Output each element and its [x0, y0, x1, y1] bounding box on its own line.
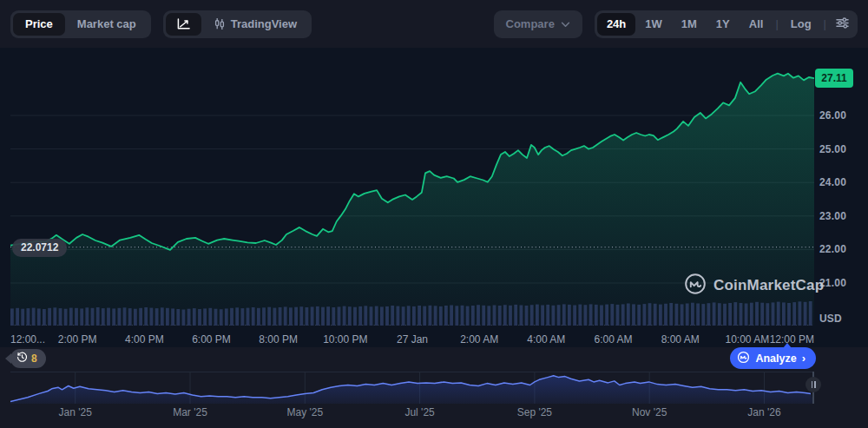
navigator-axis-label: Jan '26	[747, 406, 780, 418]
x-axis-label: 6:00 PM	[192, 333, 231, 346]
sliders-icon	[835, 16, 850, 32]
navigator-axis-label: Jan '25	[59, 406, 92, 418]
x-axis-label: 6:00 AM	[594, 333, 632, 346]
log-scale-button[interactable]: Log	[781, 13, 821, 36]
x-axis-label: 4:00 PM	[125, 333, 164, 346]
y-axis-label: 22.00	[819, 243, 846, 255]
tradingview-label: TradingView	[231, 17, 297, 30]
x-axis-label: 12:00...	[10, 333, 45, 346]
price-tab[interactable]: Price	[13, 13, 65, 36]
history-clock-icon	[16, 351, 28, 366]
annotations-toggle[interactable]: 8	[10, 349, 46, 368]
range-navigator[interactable]	[10, 372, 814, 404]
open-price-label: 22.0712	[12, 239, 67, 257]
navigator-axis-label: Sep '25	[517, 406, 552, 418]
navigator-axis-label: Jul '25	[404, 406, 434, 418]
y-axis-label: 23.00	[819, 210, 846, 222]
analyze-label: Analyze	[755, 352, 796, 365]
market-cap-tab[interactable]: Market cap	[65, 13, 148, 36]
range-24h-button[interactable]: 24h	[597, 13, 635, 36]
compare-label: Compare	[506, 17, 555, 30]
y-axis-label: 25.00	[819, 143, 846, 155]
navigator-axis-label: Nov '25	[632, 406, 667, 418]
navigator-drag-handle[interactable]	[806, 377, 821, 392]
x-axis-label: 12:00 PM	[770, 333, 814, 346]
analyze-chevron-icon: ›	[802, 352, 806, 365]
x-axis-label: 8:00 AM	[661, 333, 700, 346]
chart-toolbar: Price Market cap TradingView	[0, 0, 868, 48]
x-axis-label: 2:00 AM	[460, 333, 498, 346]
line-chart-icon	[176, 17, 191, 30]
navigator-axis-label: May '25	[286, 406, 323, 418]
range-1m-button[interactable]: 1M	[672, 13, 707, 36]
x-axis: 12:00...2:00 PM4:00 PM6:00 PM8:00 PM10:0…	[0, 333, 868, 347]
range-1w-button[interactable]: 1W	[635, 13, 672, 36]
navigator-axis-label: Mar '25	[173, 406, 207, 418]
analyze-button[interactable]: Analyze ›	[730, 347, 816, 369]
range-divider: |	[773, 17, 780, 30]
chart-type-toggle-group: TradingView	[163, 10, 312, 38]
metric-toggle-group: Price Market cap	[10, 10, 151, 38]
analyze-cmc-icon	[737, 351, 750, 366]
range-1y-button[interactable]: 1Y	[707, 13, 740, 36]
range-all-button[interactable]: All	[740, 13, 773, 36]
annotations-count-badge: 8	[31, 352, 37, 365]
y-axis-label: 26.00	[819, 109, 846, 122]
range-buttons: 24h1W1M1YAll	[597, 13, 773, 36]
x-axis-label: 10:00 PM	[323, 333, 367, 346]
watermark: CoinMarketCap	[684, 273, 824, 299]
chart-settings-button[interactable]	[829, 13, 855, 36]
current-price-badge: 27.11	[815, 69, 853, 88]
price-chart-panel: Price Market cap TradingView	[0, 0, 868, 428]
watermark-text: CoinMarketCap	[713, 277, 824, 294]
y-axis-label: 24.00	[819, 176, 846, 188]
x-axis-label: 8:00 PM	[259, 333, 298, 346]
time-range-group: 24h1W1M1YAll | Log |	[595, 10, 858, 38]
range-divider: |	[821, 17, 829, 30]
tradingview-toggle[interactable]: TradingView	[201, 13, 309, 36]
x-axis-label: 2:00 PM	[58, 333, 97, 346]
x-axis-label: 10:00 AM	[725, 333, 769, 346]
x-axis-label: 27 Jan	[397, 333, 428, 346]
line-chart-toggle[interactable]	[166, 13, 201, 36]
x-axis-label: 4:00 AM	[527, 333, 565, 346]
chevron-down-icon	[561, 17, 570, 30]
y-axis-unit-label: USD	[819, 313, 842, 325]
coinmarketcap-logo-icon	[684, 273, 707, 299]
candlestick-icon	[214, 17, 226, 30]
navigator-axis: Jan '25Mar '25May '25Jul '25Sep '25Nov '…	[0, 406, 868, 419]
compare-button[interactable]: Compare	[494, 10, 582, 38]
